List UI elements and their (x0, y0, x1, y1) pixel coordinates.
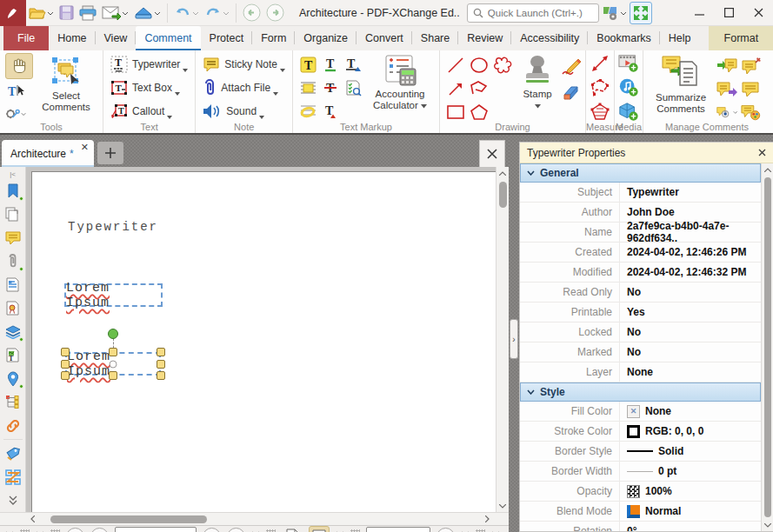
comments-pane-button[interactable] (2, 227, 24, 249)
close-panel-icon[interactable] (758, 149, 766, 156)
tab-format[interactable]: Format (709, 26, 773, 50)
horizontal-scroll-thumb[interactable] (50, 515, 207, 523)
text-box-button[interactable]: T Text Box (107, 76, 191, 99)
line-tool-button[interactable] (445, 55, 466, 76)
pin-comment-button[interactable] (741, 55, 762, 76)
tab-file[interactable]: File (3, 26, 49, 50)
polygon-tool-button[interactable] (469, 102, 490, 123)
zoom-level-select[interactable]: 100% (366, 527, 430, 532)
rotation-handle[interactable] (108, 329, 118, 339)
order-pane-button[interactable] (2, 466, 24, 489)
redo-button[interactable] (202, 2, 232, 24)
signatures-pane-button[interactable] (2, 297, 24, 320)
property-row-rotation[interactable]: Rotation0° (520, 522, 761, 531)
open-button[interactable] (26, 2, 57, 24)
property-row-locked[interactable]: LockedNo (520, 323, 761, 342)
ellipse-tool-button[interactable] (469, 55, 490, 76)
next-page-button[interactable] (203, 528, 221, 532)
property-row-fill-color[interactable]: Fill Color✕None (520, 402, 761, 422)
eraser-tool-button[interactable] (561, 83, 582, 103)
vertical-scroll-thumb[interactable] (499, 182, 507, 208)
resize-handle-s[interactable] (109, 371, 117, 380)
scan-button[interactable] (131, 2, 163, 24)
quick-launch-input[interactable] (488, 8, 590, 18)
document-canvas[interactable]: Typewriter Lorem Ipsum Lorem Ipsum (26, 167, 496, 512)
vertical-scrollbar[interactable] (496, 167, 509, 512)
distance-tool-button[interactable] (590, 53, 610, 74)
structure-pane-button[interactable] (2, 391, 24, 414)
resize-handle-sw[interactable] (61, 371, 70, 380)
resize-handle-ne[interactable] (157, 348, 165, 356)
cloud-tool-button[interactable] (492, 55, 513, 76)
property-row-border-style[interactable]: Border StyleSolid (520, 442, 761, 462)
rectangle-tool-button[interactable] (445, 102, 466, 123)
content-pane-button[interactable]: T (2, 344, 24, 367)
property-row-modified[interactable]: Modified2024-04-02, 12:46:32 PM (520, 263, 761, 283)
destinations-pane-button[interactable] (2, 368, 24, 390)
app-logo-icon[interactable] (0, 0, 26, 26)
export-comments-button[interactable] (716, 78, 737, 99)
attach-file-button[interactable]: Attach File (199, 76, 289, 99)
stamp-button[interactable]: Stamp (514, 53, 561, 113)
fields-pane-button[interactable] (2, 274, 24, 296)
tab-home[interactable]: Home (49, 26, 95, 50)
page-layout-button[interactable] (309, 526, 330, 532)
area-tool-button[interactable] (590, 102, 610, 123)
email-button[interactable] (99, 2, 131, 24)
layers-pane-button[interactable] (2, 321, 24, 343)
add-audio-button[interactable] (618, 77, 639, 98)
attachments-pane-button[interactable] (2, 250, 24, 273)
tab-share[interactable]: Share (412, 26, 458, 50)
property-row-subject[interactable]: SubjectTypewriter (520, 183, 761, 203)
forward-button[interactable] (263, 2, 287, 24)
horizontal-scrollbar[interactable] (0, 512, 509, 525)
tab-accessibility[interactable]: Accessibility (511, 26, 588, 50)
property-row-read-only[interactable]: Read OnlyNo (520, 283, 761, 303)
thumbnails-pane-button[interactable] (2, 203, 24, 226)
strikeout-text-button[interactable]: T (320, 78, 341, 99)
accounting-calculator-button[interactable]: Accounting Calculator (364, 53, 436, 113)
highlight-text-button[interactable]: T (297, 55, 318, 76)
import-comments-button[interactable] (716, 55, 737, 76)
tab-help[interactable]: Help (660, 26, 700, 50)
back-button[interactable] (240, 2, 263, 24)
highlight-area-button[interactable] (297, 78, 318, 99)
panel-scrollbar[interactable] (761, 163, 773, 531)
sound-button[interactable]: Sound (199, 100, 289, 123)
comment-styles-button[interactable] (741, 102, 762, 123)
rail-overflow-button[interactable] (2, 489, 24, 512)
pencil-tool-button[interactable] (561, 57, 582, 77)
maximize-button[interactable] (714, 1, 743, 25)
markup-summary-button[interactable] (343, 78, 363, 99)
panel-scroll-down-arrow[interactable] (762, 519, 773, 531)
document-tab[interactable]: Architecture * ✕ (2, 140, 94, 167)
tags-pane-button[interactable] (2, 442, 24, 465)
resize-handle-se[interactable] (157, 371, 165, 380)
typewriter-annotation-1[interactable]: Lorem Ipsum (64, 283, 163, 307)
minimize-button[interactable] (684, 1, 714, 25)
property-row-blend-mode[interactable]: Blend ModeNormal (520, 502, 761, 522)
panel-scroll-up-arrow[interactable] (762, 163, 773, 176)
arrow-tool-button[interactable] (445, 78, 466, 99)
summarize-comments-button[interactable]: SummarizeComments (647, 53, 715, 116)
comment-visibility-button[interactable] (716, 102, 737, 123)
property-row-created[interactable]: Created2024-04-02, 12:46:26 PM (520, 243, 761, 263)
scroll-down-arrow[interactable] (496, 500, 509, 512)
page-number-field[interactable]: / 8 (115, 527, 197, 532)
add-3d-button[interactable] (618, 102, 639, 123)
previous-page-button[interactable] (90, 528, 109, 532)
select-text-tool-button[interactable]: T (5, 81, 26, 102)
property-row-layer[interactable]: LayerNone (520, 362, 761, 382)
section-general[interactable]: General (520, 163, 761, 183)
underline-text-button[interactable]: T (320, 55, 341, 76)
tab-view[interactable]: View (96, 26, 137, 50)
zoom-out-button[interactable] (436, 528, 455, 532)
property-row-marked[interactable]: MarkedNo (520, 342, 761, 362)
rail-collapse-icon[interactable]: |< (10, 170, 16, 178)
scroll-left-arrow[interactable] (26, 513, 38, 525)
undo-button[interactable] (171, 2, 202, 24)
bookmarks-pane-button[interactable] (2, 180, 24, 203)
ui-options-button[interactable] (599, 2, 630, 24)
resize-handle-e[interactable] (157, 360, 165, 369)
fullscreen-button[interactable] (630, 2, 652, 24)
